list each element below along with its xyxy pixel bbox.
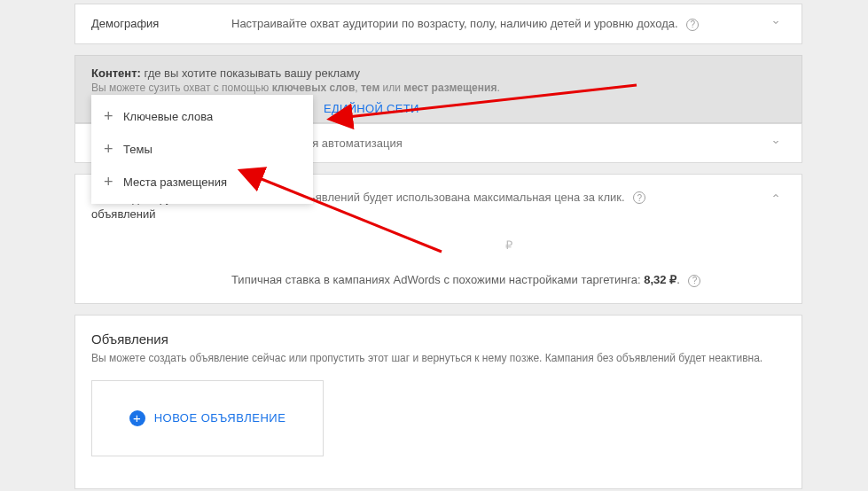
popover-item-label: Ключевые слова <box>123 110 213 123</box>
plus-circle-icon: + <box>129 410 145 426</box>
plus-icon: + <box>104 140 123 159</box>
popover-item-label: Темы <box>123 143 152 156</box>
demography-section[interactable]: Демография Настраивайте охват аудитории … <box>74 4 802 44</box>
help-icon[interactable]: ? <box>686 19 699 31</box>
help-icon[interactable]: ? <box>633 191 645 204</box>
plus-icon: + <box>104 173 123 191</box>
chevron-up-icon[interactable] <box>766 191 786 204</box>
demography-label: Демография <box>91 17 231 30</box>
demography-desc: Настраивайте охват аудитории по возрасту… <box>231 17 766 31</box>
new-ad-button[interactable]: + НОВОЕ ОБЪЯВЛЕНИЕ <box>129 410 286 426</box>
content-add-popover: + Ключевые слова + Темы + Места размещен… <box>91 95 313 204</box>
popover-item-label: Места размещения <box>123 175 227 189</box>
content-section: Контент: где вы хотите показывать вашу р… <box>74 55 802 123</box>
plus-icon: + <box>104 107 123 126</box>
help-icon[interactable]: ? <box>688 275 700 287</box>
popover-item-placements[interactable]: + Места размещения <box>91 166 313 199</box>
chevron-down-icon[interactable] <box>766 17 786 30</box>
new-ad-box: + НОВОЕ ОБЪЯВЛЕНИЕ <box>91 380 324 456</box>
ads-desc: Вы можете создать объявление сейчас или … <box>91 352 786 364</box>
popover-item-keywords[interactable]: + Ключевые слова <box>91 100 313 133</box>
bid-typical-text: Типичная ставка в кампаниях AdWords с по… <box>231 273 786 287</box>
ads-title: Объявления <box>91 331 786 347</box>
content-subtitle: Вы можете сузить охват с помощью ключевы… <box>91 82 786 94</box>
ads-section: Объявления Вы можете создать объявление … <box>74 315 802 489</box>
bid-currency: ₽ <box>231 238 786 252</box>
chevron-down-icon[interactable] <box>766 136 786 150</box>
content-title: Контент: где вы хотите показывать вашу р… <box>91 66 786 80</box>
popover-item-themes[interactable]: + Темы <box>91 133 313 166</box>
display-network-link[interactable]: ЕДИЙНОЙ СЕТИ <box>324 102 419 115</box>
new-ad-label: НОВОЕ ОБЪЯВЛЕНИЕ <box>154 411 286 425</box>
